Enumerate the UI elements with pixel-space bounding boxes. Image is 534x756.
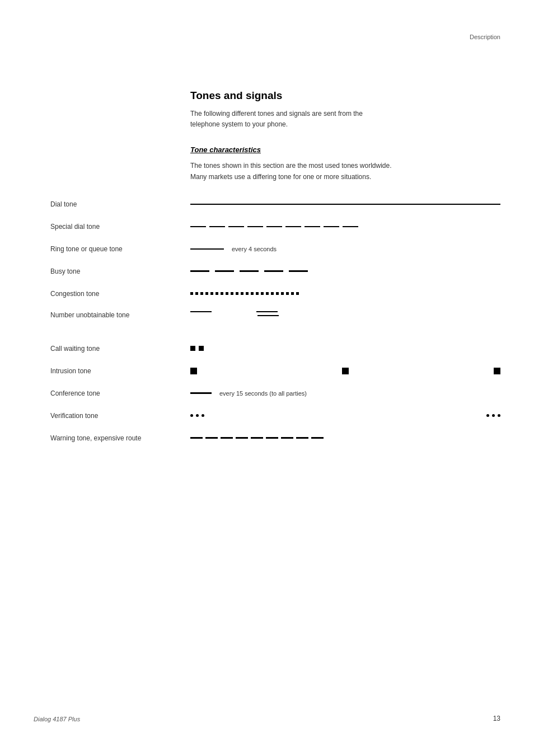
congestion-pattern <box>190 292 500 295</box>
verif-dot <box>196 414 199 417</box>
dash <box>343 226 358 227</box>
page-container: Description Tones and signals The follow… <box>0 0 534 756</box>
dash <box>209 226 225 227</box>
dash <box>228 226 244 227</box>
tone-diagram-ring: every 4 seconds <box>190 240 500 259</box>
verif-dot <box>498 414 500 417</box>
tone-row-callwait: Call waiting tone <box>190 339 500 358</box>
cong-dot <box>281 292 284 295</box>
ring-dash <box>190 248 224 250</box>
ring-annotation: every 4 seconds <box>232 246 277 252</box>
callwait-pattern <box>190 346 204 351</box>
tone-label-num-unob: Number unobtainable tone <box>50 311 182 319</box>
tone-label-intrusion: Intrusion tone <box>50 367 182 375</box>
cong-dot <box>286 292 289 295</box>
tone-row-congestion: Congestion tone <box>190 284 500 303</box>
cong-dot <box>251 292 254 295</box>
cong-dot <box>296 292 299 295</box>
tone-row-ring: Ring tone or queue tone every 4 seconds <box>190 240 500 259</box>
cong-dot <box>241 292 243 295</box>
warn-dash <box>296 437 308 439</box>
tone-row-special-dial: Special dial tone <box>190 217 500 236</box>
cong-dot <box>195 292 198 295</box>
main-content: Tones and signals The following differen… <box>190 90 500 451</box>
subsection-intro: The tones shown in this section are the … <box>190 161 403 182</box>
cong-dot <box>271 292 274 295</box>
subsection-title: Tone characteristics <box>190 145 500 154</box>
warn-dash <box>311 437 324 439</box>
busy-pattern <box>190 270 500 272</box>
conference-dash <box>190 392 212 394</box>
footer-right: 13 <box>493 715 500 722</box>
num-unob-dash <box>256 311 278 312</box>
warn-dash <box>266 437 278 439</box>
cong-dot <box>210 292 213 295</box>
dial-tone-line <box>190 204 500 205</box>
busy-dash <box>240 270 259 272</box>
tone-diagram-callwait <box>190 339 500 358</box>
special-dial-pattern <box>190 226 500 227</box>
tone-diagram-intrusion <box>190 361 500 381</box>
tone-row-busy: Busy tone <box>190 262 500 281</box>
tone-diagram-num-unob <box>190 309 500 318</box>
dash <box>305 226 320 227</box>
tone-label-warning: Warning tone, expensive route <box>50 434 182 442</box>
tone-row-warning: Warning tone, expensive route <box>190 429 500 448</box>
tone-label-verification: Verification tone <box>50 412 182 420</box>
tone-diagram-busy <box>190 262 500 281</box>
section-intro: The following different tones and signal… <box>190 109 381 130</box>
tone-row-verification: Verification tone <box>190 406 500 425</box>
busy-dash <box>190 270 209 272</box>
tone-diagram-special-dial <box>190 217 500 236</box>
verif-dot <box>202 414 204 417</box>
cong-dot <box>266 292 269 295</box>
tone-label-busy: Busy tone <box>50 267 182 275</box>
num-unob-row1 <box>190 311 500 312</box>
warn-dash <box>205 437 218 439</box>
tone-diagram-warning <box>190 429 500 448</box>
cong-dot <box>200 292 203 295</box>
verif-dot <box>492 414 495 417</box>
num-unob-dash <box>257 315 279 316</box>
tone-row-num-unob: Number unobtainable tone <box>190 307 500 336</box>
cong-dot <box>190 292 193 295</box>
tone-diagram-dial <box>190 195 500 214</box>
section-header: Description <box>470 34 500 40</box>
cong-dot <box>231 292 233 295</box>
tone-row-intrusion: Intrusion tone <box>190 361 500 381</box>
cong-dot <box>226 292 228 295</box>
cong-dot <box>236 292 238 295</box>
tone-label-congestion: Congestion tone <box>50 290 182 298</box>
dash <box>190 226 206 227</box>
tone-diagram-conference: every 15 seconds (to all parties) <box>190 384 500 403</box>
verif-pattern <box>190 414 500 417</box>
warn-dash <box>190 437 203 439</box>
cong-dot <box>261 292 264 295</box>
busy-dash <box>264 270 283 272</box>
warn-dash <box>236 437 248 439</box>
cong-dot <box>246 292 249 295</box>
section-label: Description <box>470 34 500 40</box>
tone-label-conference: Conference tone <box>50 389 182 397</box>
tone-row-dial: Dial tone <box>190 195 500 214</box>
dash <box>266 226 282 227</box>
warn-dash <box>281 437 293 439</box>
tone-label-callwait: Call waiting tone <box>50 345 182 353</box>
tone-label-dial: Dial tone <box>50 200 182 208</box>
warning-pattern <box>190 437 500 439</box>
cong-dot <box>276 292 279 295</box>
cong-dot <box>256 292 259 295</box>
dash <box>247 226 263 227</box>
cong-dot <box>221 292 223 295</box>
tone-diagram-verification <box>190 406 500 425</box>
page-title: Tones and signals <box>190 90 500 102</box>
tone-diagram-congestion <box>190 284 500 303</box>
tone-label-ring: Ring tone or queue tone <box>50 245 182 253</box>
conference-annotation: every 15 seconds (to all parties) <box>219 390 307 397</box>
warn-dash <box>251 437 263 439</box>
verif-dot <box>190 414 193 417</box>
verif-dot <box>486 414 489 417</box>
callwait-sq <box>190 346 195 351</box>
busy-dash <box>289 270 308 272</box>
intrusion-sq <box>342 368 349 374</box>
